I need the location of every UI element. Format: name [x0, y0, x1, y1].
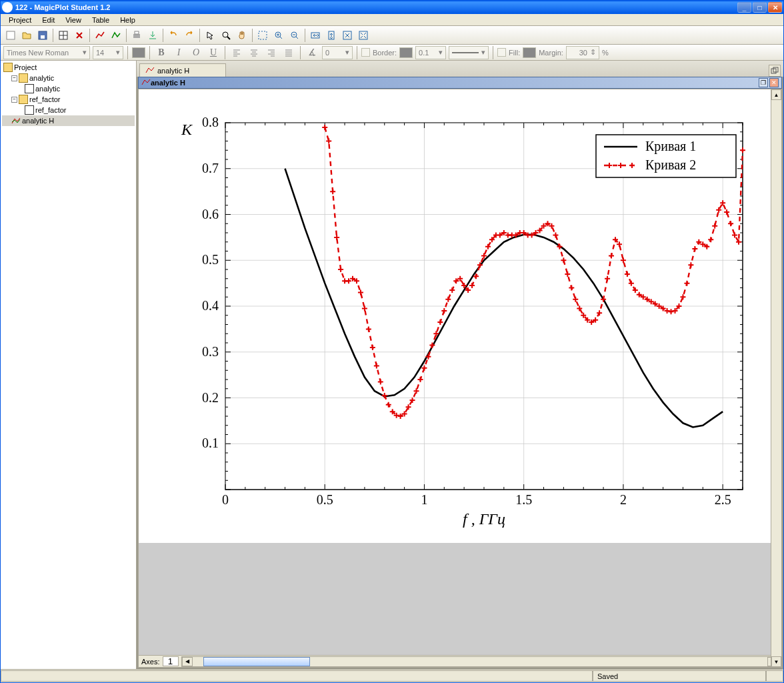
scale-y-icon[interactable] [324, 28, 339, 43]
delete-icon[interactable] [72, 28, 87, 43]
scale-x-icon[interactable] [308, 28, 323, 43]
align-center-icon[interactable] [247, 46, 261, 59]
rotation-select[interactable]: 0 ▾ [322, 46, 353, 59]
svg-text:0.2: 0.2 [202, 390, 219, 405]
menu-view[interactable]: View [60, 16, 87, 24]
svg-line-12 [280, 37, 282, 39]
axes-input[interactable] [163, 656, 179, 666]
close-subwindow-button[interactable]: ✕ [769, 78, 779, 87]
horizontal-scrollbar[interactable]: ◀ ▶ [181, 656, 779, 667]
export-icon[interactable] [145, 28, 160, 43]
hand-icon[interactable] [235, 28, 249, 43]
close-button[interactable]: ✕ [768, 2, 782, 13]
fill-label: Fill: [509, 49, 520, 57]
svg-text:0.1: 0.1 [202, 436, 219, 450]
tree-root[interactable]: Project [2, 62, 135, 73]
format-toolbar: Times New Roman ▾ 14 ▾ B I O U ∡ 0 ▾ Bor… [1, 45, 783, 61]
align-left-icon[interactable] [229, 46, 244, 59]
fit-view-icon[interactable] [356, 28, 371, 43]
window-title: 122 - MagicPlot Student 1.2 [15, 3, 736, 11]
vertical-scrollbar[interactable]: ▲ ▼ [771, 89, 781, 667]
tree-table-analytic[interactable]: analytic [2, 83, 135, 94]
menu-table[interactable]: Table [87, 16, 115, 24]
menu-project[interactable]: Project [3, 16, 37, 24]
margin-unit: % [602, 49, 609, 57]
svg-text:1.5: 1.5 [515, 492, 532, 507]
svg-text:Кривая 1: Кривая 1 [645, 139, 696, 154]
new-table-icon[interactable] [56, 28, 71, 43]
margin-label: Margin: [539, 49, 563, 57]
chart-icon [141, 78, 151, 87]
underline-button[interactable]: U [206, 46, 221, 59]
tree-folder-analytic[interactable]: −analytic [2, 73, 135, 83]
status-cell-saved: Saved [593, 670, 766, 682]
svg-rect-10 [259, 31, 267, 39]
tab-analytic-h[interactable]: analytic H [139, 63, 226, 77]
align-right-icon[interactable] [264, 46, 279, 59]
svg-text:f , ГГц: f , ГГц [463, 510, 505, 528]
zoom-rect-icon[interactable] [255, 28, 270, 43]
scale-both-icon[interactable] [340, 28, 355, 43]
scroll-down-icon[interactable]: ▼ [771, 656, 781, 667]
tree-chart-analytic-h[interactable]: analytic H [2, 115, 135, 126]
font-size-select[interactable]: 14 ▾ [93, 46, 123, 59]
tab-strip: analytic H [137, 61, 783, 77]
svg-text:2: 2 [620, 492, 627, 507]
save-icon[interactable] [35, 28, 50, 43]
open-icon[interactable] [19, 28, 34, 43]
zoom-icon[interactable] [219, 28, 233, 43]
border-color-icon[interactable] [399, 47, 413, 58]
angle-icon[interactable]: ∡ [305, 46, 319, 59]
menu-bar: Project Edit View Table Help [1, 14, 783, 26]
bold-button[interactable]: B [154, 46, 169, 59]
zoom-out-icon[interactable] [287, 28, 302, 43]
o-button[interactable]: O [189, 46, 203, 59]
svg-rect-2 [41, 35, 45, 39]
svg-text:0.5: 0.5 [202, 252, 219, 267]
redo-icon[interactable] [182, 28, 197, 43]
pointer-icon[interactable] [203, 28, 217, 43]
svg-text:1: 1 [421, 492, 427, 507]
border-style-select[interactable]: ▾ [449, 46, 489, 59]
align-justify-icon[interactable] [281, 46, 296, 59]
fill-checkbox[interactable] [497, 48, 506, 57]
text-color-icon[interactable] [132, 47, 145, 58]
title-bar: 122 - MagicPlot Student 1.2 _ □ ✕ [1, 1, 783, 14]
svg-text:0: 0 [222, 492, 229, 507]
scroll-left-icon[interactable]: ◀ [182, 657, 193, 666]
border-checkbox[interactable] [361, 48, 370, 57]
svg-text:0.4: 0.4 [202, 298, 219, 313]
minimize-button[interactable]: _ [737, 2, 751, 13]
maximize-button[interactable]: □ [753, 2, 767, 13]
svg-text:0.7: 0.7 [202, 161, 219, 175]
margin-input[interactable]: 30 ⇕ [566, 46, 599, 59]
new-project-icon[interactable] [3, 28, 18, 43]
scroll-thumb[interactable] [203, 657, 310, 666]
menu-help[interactable]: Help [115, 16, 141, 24]
fit-icon[interactable] [109, 28, 123, 43]
svg-rect-0 [7, 31, 15, 39]
undo-icon[interactable] [166, 28, 181, 43]
status-bar: Saved [1, 669, 783, 682]
italic-button[interactable]: I [171, 46, 186, 59]
main-toolbar [1, 26, 783, 45]
tree-folder-ref-factor[interactable]: −ref_factor [2, 94, 135, 105]
subwindow-title: analytic H [151, 79, 757, 87]
tree-table-ref-factor[interactable]: ref_factor [2, 105, 135, 115]
zoom-in-icon[interactable] [271, 28, 286, 43]
fill-color-icon[interactable] [523, 47, 536, 58]
copy-window-icon[interactable] [769, 65, 781, 77]
svg-text:0.8: 0.8 [202, 115, 219, 129]
plot-icon[interactable] [93, 28, 107, 43]
svg-text:K: K [181, 121, 193, 138]
print-icon[interactable] [129, 28, 144, 43]
axes-label: Axes: [141, 658, 160, 666]
plot-canvas[interactable]: 00.511.522.50.10.20.30.40.50.60.70.8f , … [139, 89, 781, 543]
restore-button[interactable]: ❐ [759, 78, 768, 87]
status-cell-grip [766, 670, 783, 682]
border-width-select[interactable]: 0.1 ▾ [415, 46, 446, 59]
font-select[interactable]: Times New Roman ▾ [3, 46, 90, 59]
svg-rect-18 [359, 31, 367, 39]
scroll-up-icon[interactable]: ▲ [771, 89, 781, 100]
menu-edit[interactable]: Edit [37, 16, 60, 24]
